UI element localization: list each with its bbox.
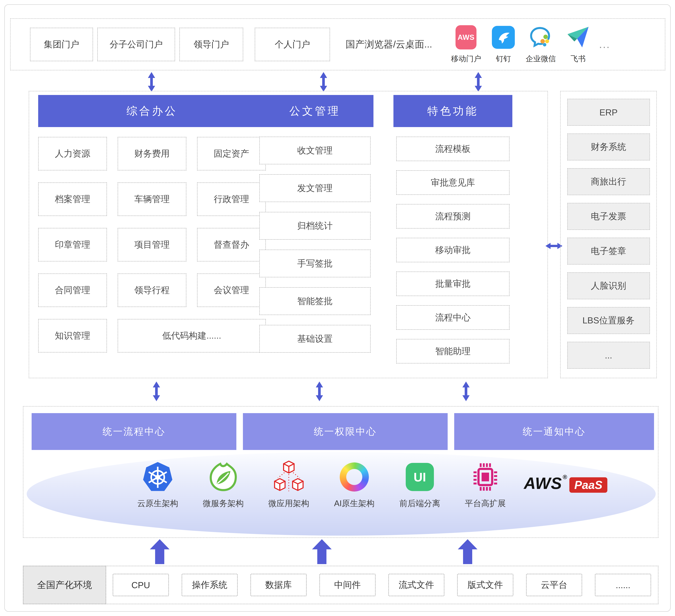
module-box: 流程预测 — [396, 204, 510, 229]
portal-label: 个人门户 — [275, 38, 310, 51]
office-items-grid: 人力资源 财务费用 固定资产 档案管理 车辆管理 行政管理 印章管理 项目管理 … — [38, 137, 266, 353]
column-special-features: 特色功能 流程模板 审批意见库 流程预测 移动审批 批量审批 流程中心 智能助理 — [393, 95, 512, 373]
module-box: 低代码构建...... — [118, 319, 266, 353]
infra-label: CPU — [131, 580, 150, 590]
module-box: 财务费用 — [118, 137, 186, 170]
double-arrow-vertical-icon — [153, 382, 160, 401]
application-layer-band: 综合办公 人力资源 财务费用 固定资产 档案管理 车辆管理 行政管理 印章管理 … — [29, 91, 548, 378]
module-box: 固定资产 — [197, 137, 266, 170]
module-label: 项目管理 — [134, 239, 170, 251]
service-box: 商旅出行 — [567, 168, 650, 195]
module-box: 流程模板 — [396, 137, 510, 161]
unified-permission-center-bar: 统一权限中心 — [243, 413, 448, 450]
column-document-management: 公文管理 收文管理 发文管理 归档统计 手写签批 智能签批 基础设置 — [256, 95, 373, 363]
paas-badge-text: PaaS — [574, 479, 602, 491]
chip-icon — [470, 461, 501, 492]
module-label: 发文管理 — [297, 182, 333, 194]
ui-icon-text: UI — [414, 470, 426, 484]
service-box: 财务系统 — [567, 134, 650, 160]
aws-paas-logo-aws-text: AWS — [524, 475, 562, 491]
service-label: LBS位置服务 — [583, 315, 634, 326]
feature-label: AI原生架构 — [334, 498, 374, 509]
module-box: 基础设置 — [259, 325, 371, 353]
module-label: 审批意见库 — [431, 177, 475, 188]
service-box: LBS位置服务 — [567, 307, 650, 334]
portal-label: 集团门户 — [44, 38, 79, 51]
service-label: 电子发票 — [591, 210, 626, 222]
module-box: 知识管理 — [38, 319, 107, 353]
feature-microapp: 微应用架构 — [256, 461, 321, 509]
platform-features-row: 云原生架构 微服务架构 — [125, 461, 518, 509]
domestic-environment-label: 全国产化环境 — [23, 566, 106, 604]
module-box: 会议管理 — [197, 274, 266, 307]
module-box: 移动审批 — [396, 238, 510, 262]
feature-scalability: 平台高扩展 — [453, 461, 518, 509]
module-box: 领导行程 — [118, 274, 186, 307]
module-box: 合同管理 — [38, 274, 107, 307]
module-label: 知识管理 — [55, 330, 90, 342]
portal-box-personal: 个人门户 — [255, 28, 330, 61]
service-box: 人脸识别 — [567, 272, 650, 299]
module-box: 收文管理 — [259, 137, 371, 164]
module-label: 财务费用 — [134, 148, 170, 160]
platform-layer-band: 统一流程中心 统一权限中心 统一通知中心 云原生架构 — [23, 406, 659, 538]
module-label: 档案管理 — [55, 193, 90, 205]
feature-label: 平台高扩展 — [465, 498, 506, 509]
app-label: 企业微信 — [526, 54, 556, 64]
infrastructure-band: 全国产化环境 CPU 操作系统 数据库 中间件 流式文件 版式文件 云平台 ..… — [23, 566, 659, 604]
feature-label: 云原生架构 — [137, 498, 178, 509]
module-box: 审批意见库 — [396, 170, 510, 195]
column-header: 综合办公 — [38, 95, 266, 127]
infra-box: 数据库 — [250, 574, 307, 596]
feature-items-list: 流程模板 审批意见库 流程预测 移动审批 批量审批 流程中心 智能助理 — [393, 137, 512, 373]
module-label: 人力资源 — [55, 148, 90, 160]
infra-label: 流式文件 — [399, 579, 434, 591]
service-label: 人脸识别 — [591, 280, 626, 292]
service-box: 电子签章 — [567, 238, 650, 264]
portal-label: 领导门户 — [194, 38, 229, 51]
module-label: 智能助理 — [435, 345, 470, 357]
service-box-ellipsis: ... — [567, 342, 650, 369]
up-arrow-icon — [312, 539, 332, 564]
module-label: 督查督办 — [214, 239, 249, 251]
portal-box-leader: 领导门户 — [179, 28, 243, 61]
portal-box-subsidiary: 分子公司门户 — [97, 28, 175, 61]
app-label: 移动门户 — [451, 54, 481, 64]
infra-label: 操作系统 — [192, 579, 227, 591]
app-label: 钉钉 — [496, 54, 511, 64]
infra-box: 云平台 — [526, 574, 582, 596]
feature-label: 前后端分离 — [399, 498, 440, 509]
external-systems-band: ERP 财务系统 商旅出行 电子发票 电子签章 人脸识别 LBS位置服务 ... — [560, 91, 657, 378]
module-label: 领导行程 — [134, 284, 170, 296]
portal-label: 分子公司门户 — [110, 38, 163, 51]
app-icons-row: AWS 移动门户 钉钉 — [451, 25, 590, 64]
module-label: 归档统计 — [297, 220, 333, 232]
paas-badge: PaaS — [569, 477, 607, 493]
module-box: 批量审批 — [396, 272, 510, 296]
browser-desktop-text: 国产浏览器/云桌面... — [346, 38, 432, 51]
double-arrow-vertical-icon — [475, 72, 482, 92]
feature-frontend-backend: UI 前后端分离 — [387, 461, 453, 509]
portal-box-group: 集团门户 — [30, 28, 93, 61]
module-label: 车辆管理 — [134, 193, 170, 205]
column-comprehensive-office: 综合办公 人力资源 财务费用 固定资产 档案管理 车辆管理 行政管理 印章管理 … — [38, 95, 266, 353]
feature-microservice: 微服务架构 — [191, 461, 256, 509]
infra-box-ellipsis: ...... — [595, 574, 651, 596]
module-label: 印章管理 — [55, 239, 90, 251]
app-label: 飞书 — [571, 54, 586, 64]
spring-icon — [208, 462, 238, 492]
module-label: 固定资产 — [214, 148, 249, 160]
up-arrow-icon — [150, 539, 169, 564]
module-box: 印章管理 — [38, 228, 107, 261]
module-box: 人力资源 — [38, 137, 107, 170]
feature-ai-native: AI原生架构 — [321, 461, 387, 509]
module-label: 移动审批 — [435, 244, 470, 256]
feishu-icon — [567, 26, 590, 49]
double-arrow-vertical-icon — [148, 72, 155, 92]
module-box: 流程中心 — [396, 305, 510, 330]
service-label: 商旅出行 — [591, 176, 626, 188]
kubernetes-icon — [142, 461, 174, 492]
double-arrow-vertical-icon — [462, 382, 470, 401]
app-dingtalk: 钉钉 — [492, 25, 515, 64]
service-label: 财务系统 — [591, 141, 626, 153]
